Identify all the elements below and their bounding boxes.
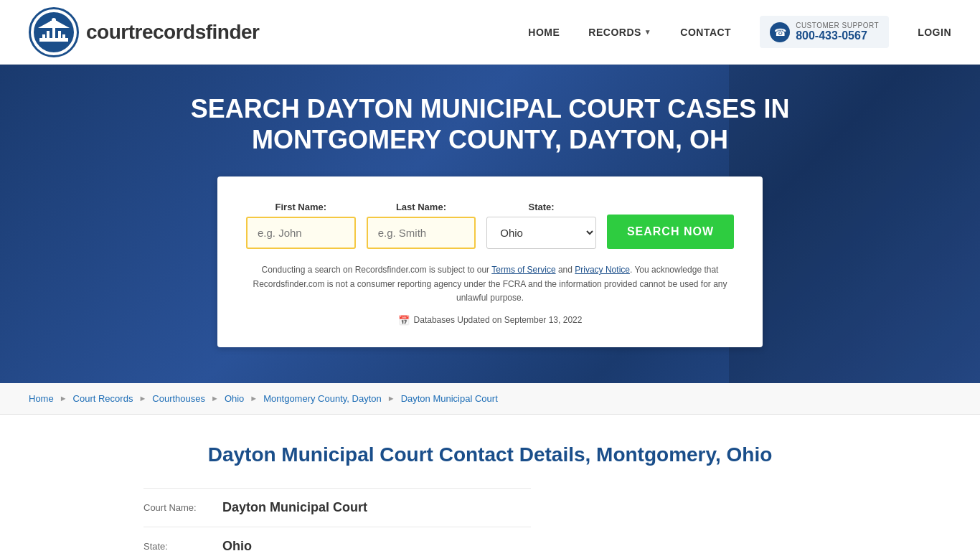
svg-rect-5 <box>58 31 61 39</box>
section-title: Dayton Municipal Court Contact Details, … <box>143 443 837 466</box>
search-card: First Name: Last Name: State: Ohio Alaba… <box>217 176 763 347</box>
hero-title: SEARCH DAYTON MUNICIPAL COURT CASES IN M… <box>167 93 813 155</box>
last-name-label: Last Name: <box>367 202 476 212</box>
first-name-group: First Name: <box>246 202 356 249</box>
breadcrumb: Home ► Court Records ► Courthouses ► Ohi… <box>0 383 980 415</box>
nav-records[interactable]: RECORDS ▼ <box>588 27 651 38</box>
svg-rect-3 <box>47 31 50 39</box>
breadcrumb-sep-2: ► <box>138 394 146 402</box>
breadcrumb-court-records[interactable]: Court Records <box>73 393 133 404</box>
state-label: State: <box>486 202 596 212</box>
breadcrumb-ohio[interactable]: Ohio <box>225 393 244 404</box>
nav-login[interactable]: LOGIN <box>918 27 951 38</box>
search-button[interactable]: SEARCH NOW <box>607 215 734 249</box>
breadcrumb-courthouses[interactable]: Courthouses <box>152 393 205 404</box>
svg-rect-2 <box>42 34 45 39</box>
logo-text: courtrecordsfinder <box>86 21 260 44</box>
svg-rect-6 <box>62 34 65 39</box>
site-header: courtrecordsfinder HOME RECORDS ▼ CONTAC… <box>0 0 980 65</box>
logo-area: courtrecordsfinder <box>29 7 260 57</box>
detail-key-state: State: <box>143 541 215 551</box>
detail-key-court-name: Court Name: <box>143 502 215 513</box>
table-row: Court Name: Dayton Municipal Court <box>143 488 531 527</box>
headset-icon: ☎ <box>770 22 790 42</box>
calendar-icon: 📅 <box>398 315 410 326</box>
hero-section: SEARCH DAYTON MUNICIPAL COURT CASES IN M… <box>0 65 980 383</box>
search-fields: First Name: Last Name: State: Ohio Alaba… <box>246 202 734 249</box>
state-group: State: Ohio Alabama Alaska California Te… <box>486 202 596 249</box>
state-select[interactable]: Ohio Alabama Alaska California Texas <box>486 217 596 249</box>
nav-home[interactable]: HOME <box>528 27 560 38</box>
main-content: Dayton Municipal Court Contact Details, … <box>0 415 980 551</box>
detail-value-court-name: Dayton Municipal Court <box>222 500 367 515</box>
breadcrumb-sep-1: ► <box>60 394 67 402</box>
privacy-link[interactable]: Privacy Notice <box>575 265 630 275</box>
db-update: 📅 Databases Updated on September 13, 202… <box>246 315 734 326</box>
svg-rect-4 <box>52 28 55 39</box>
support-block[interactable]: ☎ CUSTOMER SUPPORT 800-433-0567 <box>760 16 889 48</box>
breadcrumb-montgomery[interactable]: Montgomery County, Dayton <box>263 393 382 404</box>
breadcrumb-current: Dayton Municipal Court <box>401 393 498 404</box>
terms-link[interactable]: Terms of Service <box>491 265 555 275</box>
last-name-group: Last Name: <box>367 202 476 249</box>
svg-point-9 <box>52 18 56 22</box>
disclaimer-text: Conducting a search on Recordsfinder.com… <box>246 263 734 305</box>
detail-value-state: Ohio <box>222 539 252 551</box>
logo-icon <box>29 7 79 57</box>
main-nav: HOME RECORDS ▼ CONTACT ☎ CUSTOMER SUPPOR… <box>528 16 951 48</box>
breadcrumb-sep-3: ► <box>211 394 219 402</box>
chevron-down-icon: ▼ <box>644 28 651 36</box>
breadcrumb-home[interactable]: Home <box>29 393 54 404</box>
detail-table: Court Name: Dayton Municipal Court State… <box>143 488 531 551</box>
first-name-input[interactable] <box>246 217 356 249</box>
table-row: State: Ohio <box>143 527 531 551</box>
breadcrumb-sep-5: ► <box>387 394 395 402</box>
last-name-input[interactable] <box>367 217 476 249</box>
nav-contact[interactable]: CONTACT <box>680 27 731 38</box>
support-text: CUSTOMER SUPPORT 800-433-0567 <box>796 22 879 42</box>
breadcrumb-sep-4: ► <box>250 394 258 402</box>
first-name-label: First Name: <box>246 202 356 212</box>
